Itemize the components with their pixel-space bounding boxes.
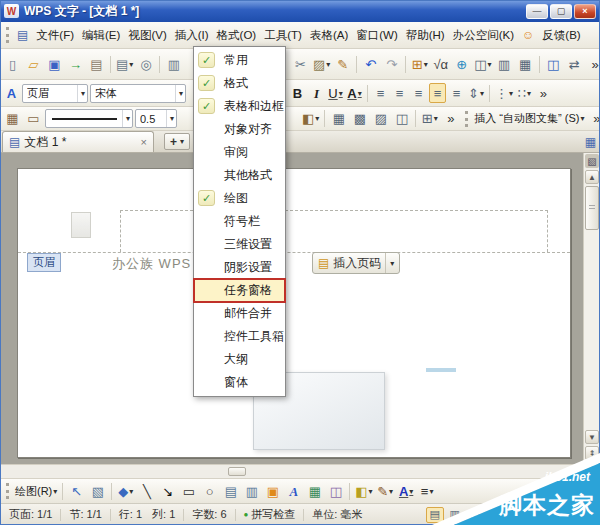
menu-edit[interactable]: 编辑(E) bbox=[78, 25, 124, 46]
menu-view[interactable]: 视图(V) bbox=[124, 25, 170, 46]
menu-format[interactable]: 格式(O) bbox=[213, 25, 261, 46]
italic-button[interactable]: I bbox=[308, 83, 325, 103]
font-color-button[interactable]: A▾ bbox=[397, 481, 416, 501]
menu-item-review[interactable]: 审阅 bbox=[194, 141, 285, 164]
menu-item-standard[interactable]: ✓ 常用 bbox=[194, 49, 285, 72]
menu-feedback[interactable]: 反馈(B) bbox=[538, 25, 584, 46]
menu-tools[interactable]: 工具(T) bbox=[260, 25, 306, 46]
chart-button[interactable]: ▦ bbox=[516, 54, 535, 74]
border-color-button[interactable]: ◧▾ bbox=[301, 109, 320, 129]
draw-menu-button[interactable]: 绘图(R)▾ bbox=[14, 481, 58, 501]
style-combo[interactable]: 页眉▾ bbox=[22, 84, 88, 103]
tab-close-icon[interactable]: × bbox=[141, 136, 147, 148]
align-center-button[interactable]: ≡ bbox=[391, 83, 408, 103]
toolbar-overflow-button[interactable]: » bbox=[535, 83, 552, 103]
new-document-button[interactable]: ▯ bbox=[3, 54, 22, 74]
wordart-button[interactable]: ▣ bbox=[263, 481, 282, 501]
fit-width-button[interactable]: ⇄ bbox=[565, 54, 584, 74]
menu-item-3d-settings[interactable]: 三维设置 bbox=[194, 233, 285, 256]
document-button[interactable]: ▥ bbox=[164, 54, 183, 74]
view-web-mode-button[interactable]: ◫ bbox=[466, 507, 484, 523]
document-icon[interactable]: ▤ bbox=[13, 25, 32, 45]
open-button[interactable]: ▱ bbox=[24, 54, 43, 74]
line-width-combo[interactable]: 0.5▾ bbox=[135, 109, 177, 128]
menu-item-symbol-bar[interactable]: 符号栏 bbox=[194, 210, 285, 233]
toolbar-grip[interactable] bbox=[465, 111, 468, 127]
toolbar-overflow-button[interactable]: » bbox=[441, 109, 460, 129]
bullets-button[interactable]: ∷▾ bbox=[516, 83, 533, 103]
scroll-down-button[interactable]: ▼ bbox=[585, 430, 599, 444]
line-style-combo[interactable]: ▾ bbox=[45, 109, 133, 128]
insert-clipart-button[interactable]: ◫ bbox=[326, 481, 345, 501]
task-panel-icon[interactable]: ▦ bbox=[585, 135, 596, 149]
mail-button[interactable]: ▤ bbox=[87, 54, 106, 74]
line-spacing-button[interactable]: ⇕▾ bbox=[467, 83, 485, 103]
format-painter-button[interactable]: ✎ bbox=[333, 54, 352, 74]
line-color-button[interactable]: ✎▾ bbox=[376, 481, 395, 501]
toolbar-overflow-button[interactable]: » bbox=[586, 54, 600, 74]
fill-color-button[interactable]: ◧▾ bbox=[354, 481, 373, 501]
drawbar-grip[interactable] bbox=[6, 483, 9, 499]
line-tool-button[interactable]: ╲ bbox=[137, 481, 156, 501]
menu-item-control-toolbox[interactable]: 控件工具箱 bbox=[194, 325, 285, 348]
underline-button[interactable]: U▾ bbox=[327, 83, 344, 103]
status-spellcheck[interactable]: ●拼写检查 bbox=[239, 507, 301, 522]
redo-button[interactable]: ↷ bbox=[382, 54, 401, 74]
feedback-icon[interactable]: ☺ bbox=[518, 25, 538, 45]
insert-table-button[interactable]: ⊞▾ bbox=[410, 54, 429, 74]
close-button[interactable]: × bbox=[574, 4, 596, 19]
view-outline-mode-button[interactable]: ▥ bbox=[446, 507, 464, 523]
columns-button[interactable]: ▥ bbox=[495, 54, 514, 74]
maximize-button[interactable]: ▢ bbox=[550, 4, 572, 19]
menu-item-other-format[interactable]: 其他格式 bbox=[194, 164, 285, 187]
web-button[interactable]: ⊕ bbox=[452, 54, 471, 74]
menu-workspace[interactable]: 办公空间(K) bbox=[449, 25, 518, 46]
vscroll-thumb[interactable] bbox=[585, 186, 599, 230]
menu-item-drawing[interactable]: ✓ 绘图 bbox=[194, 187, 285, 210]
document-map-button[interactable]: ◫ bbox=[544, 54, 563, 74]
menu-file[interactable]: 文件(F) bbox=[32, 25, 78, 46]
hscroll-thumb[interactable] bbox=[228, 467, 246, 476]
split-table-button[interactable]: ▨ bbox=[371, 109, 390, 129]
next-page-button[interactable]: ⇟ bbox=[585, 462, 599, 476]
char-color-button[interactable]: A▾ bbox=[346, 83, 363, 103]
select-objects-button[interactable]: ▧ bbox=[88, 481, 107, 501]
split-cells-button[interactable]: ▩ bbox=[350, 109, 369, 129]
arrow-tool-button[interactable]: ↘ bbox=[158, 481, 177, 501]
insert-picture-button[interactable]: ▦ bbox=[305, 481, 324, 501]
menu-item-forms[interactable]: 窗体 bbox=[194, 371, 285, 394]
minimize-button[interactable]: — bbox=[526, 4, 548, 19]
menu-window[interactable]: 窗口(W) bbox=[352, 25, 402, 46]
paste-button[interactable]: ▨▾ bbox=[312, 54, 331, 74]
merge-cells-button[interactable]: ▦ bbox=[329, 109, 348, 129]
print-preview-button[interactable]: ◎ bbox=[136, 54, 155, 74]
export-button[interactable]: → bbox=[66, 54, 85, 74]
menu-help[interactable]: 帮助(H) bbox=[402, 25, 449, 46]
align-right-button[interactable]: ≡ bbox=[410, 83, 427, 103]
menubar-grip[interactable] bbox=[6, 27, 9, 43]
menu-item-task-pane[interactable]: 任务窗格 bbox=[194, 279, 285, 302]
undo-button[interactable]: ↶ bbox=[361, 54, 380, 74]
scroll-up-button[interactable]: ▲ bbox=[585, 170, 599, 184]
new-tab-button[interactable]: +▾ bbox=[164, 133, 190, 150]
menu-item-object-align[interactable]: 对象对齐 bbox=[194, 118, 285, 141]
table-properties-button[interactable]: ⊞▾ bbox=[420, 109, 439, 129]
previous-page-button[interactable]: ⇞ bbox=[585, 446, 599, 460]
tab-document-1[interactable]: ▤ 文档 1 * × bbox=[2, 131, 154, 152]
insert-page-dropdown-icon[interactable]: ▾ bbox=[385, 253, 394, 273]
menu-insert[interactable]: 插入(I) bbox=[171, 25, 213, 46]
autoshapes-button[interactable]: ◆▾ bbox=[116, 481, 135, 501]
menu-item-shadow-settings[interactable]: 阴影设置 bbox=[194, 256, 285, 279]
autotext-insert-button[interactable]: 插入 “自动图文集” (S)▾ bbox=[473, 109, 585, 129]
menu-item-mail-merge[interactable]: 邮件合并 bbox=[194, 302, 285, 325]
line-style-button[interactable]: ≡▾ bbox=[418, 481, 437, 501]
menu-item-outline[interactable]: 大纲 bbox=[194, 348, 285, 371]
save-button[interactable]: ▣ bbox=[45, 54, 64, 74]
align-left-button[interactable]: ≡ bbox=[372, 83, 389, 103]
insert-page-number-button[interactable]: ▤ 插入页码 ▾ bbox=[312, 252, 400, 274]
rectangle-tool-button[interactable]: ▭ bbox=[179, 481, 198, 501]
new-tab-dropdown-icon[interactable]: ▾ bbox=[180, 137, 184, 146]
justify-button[interactable]: ≡ bbox=[429, 83, 446, 103]
vertical-textbox-button[interactable]: ▥ bbox=[242, 481, 261, 501]
view-page-mode-button[interactable]: ▤ bbox=[426, 507, 444, 523]
